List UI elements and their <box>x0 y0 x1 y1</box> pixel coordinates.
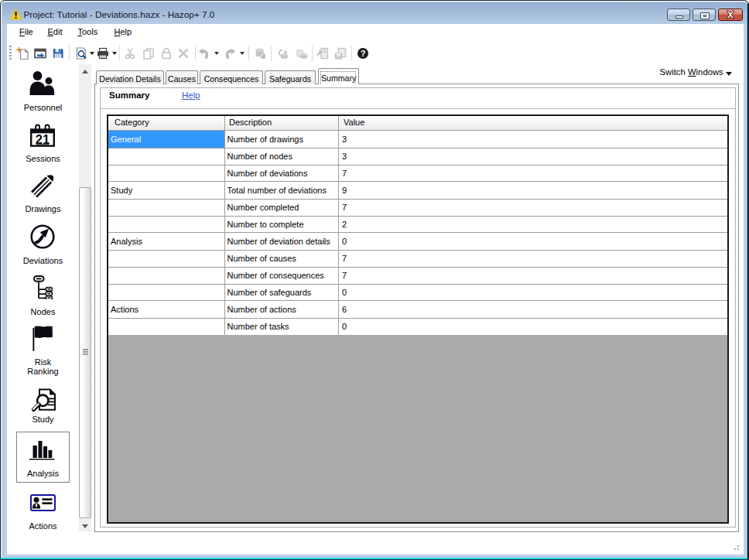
svg-text:?: ? <box>361 49 366 58</box>
svg-text:21: 21 <box>36 132 50 146</box>
